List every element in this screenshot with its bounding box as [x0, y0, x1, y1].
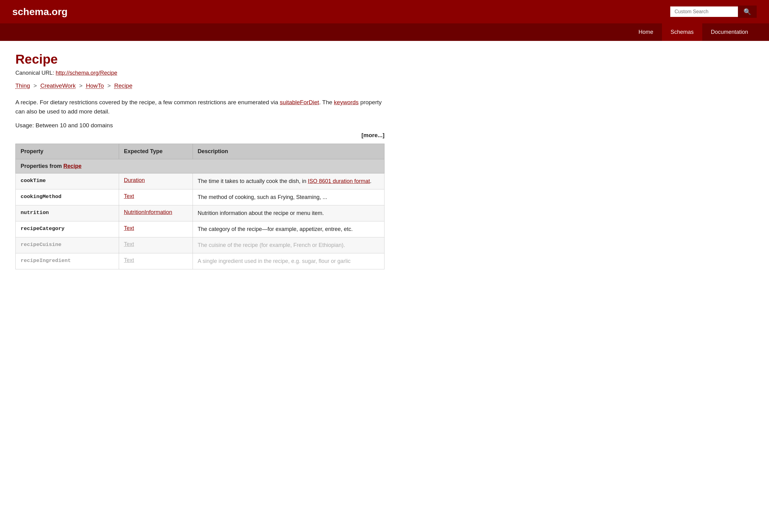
prop-type-recipecuisine: Text [119, 237, 193, 253]
page-title: Recipe [15, 52, 385, 67]
suitable-for-diet-link[interactable]: suitableForDiet [280, 99, 319, 105]
prop-name-text: cookingMethod [21, 194, 62, 200]
prop-name-recipecuisine: recipeCuisine [16, 237, 119, 253]
prop-name-nutrition: nutrition [16, 205, 119, 221]
table-row: recipeCategory Text The category of the … [16, 221, 385, 237]
table-row: recipeCuisine Text The cuisine of the re… [16, 237, 385, 253]
top-header: schema.org 🔍 [0, 0, 769, 23]
prop-name-text: recipeCategory [21, 226, 65, 232]
keywords-link[interactable]: keywords [334, 99, 359, 105]
breadcrumb-creativework[interactable]: CreativeWork [40, 82, 76, 89]
nav-schemas[interactable]: Schemas [662, 23, 702, 41]
prop-type-recipecategory: Text [119, 221, 193, 237]
prop-name-cookingmethod: cookingMethod [16, 189, 119, 205]
breadcrumb-sep-1: > [34, 82, 38, 89]
table-row: cookingMethod Text The method of cooking… [16, 189, 385, 205]
prop-name-text: recipeIngredient [21, 258, 71, 264]
table-row: nutrition NutritionInformation Nutrition… [16, 205, 385, 221]
prop-type-nutrition: NutritionInformation [119, 205, 193, 221]
breadcrumb-sep-2: > [79, 82, 84, 89]
prop-type-link[interactable]: Text [124, 193, 134, 199]
nav-bar: Home Schemas Documentation [0, 23, 769, 41]
prop-desc-recipecuisine: The cuisine of the recipe (for example, … [193, 237, 384, 253]
breadcrumb-howto[interactable]: HowTo [86, 82, 104, 89]
prop-type-cooktime: Duration [119, 173, 193, 189]
desc-text-1: A recipe. For dietary restrictions cover… [15, 99, 280, 105]
prop-name-text: cookTime [21, 178, 46, 184]
usage-text: Usage: Between 10 and 100 domains [15, 122, 385, 129]
section-header-cell: Properties from Recipe [16, 159, 385, 173]
breadcrumb: Thing > CreativeWork > HowTo > Recipe [15, 82, 385, 89]
prop-name-text: recipeCuisine [21, 242, 62, 248]
desc-after: . [370, 178, 372, 184]
col-header-property: Property [16, 144, 119, 159]
main-content: Recipe Canonical URL: http://schema.org/… [0, 41, 400, 280]
col-header-desc: Description [193, 144, 384, 159]
prop-desc-cookingmethod: The method of cooking, such as Frying, S… [193, 189, 384, 205]
prop-type-link[interactable]: Duration [124, 177, 145, 183]
prop-type-link[interactable]: NutritionInformation [124, 209, 172, 215]
nav-documentation[interactable]: Documentation [702, 23, 757, 41]
site-logo: schema.org [12, 6, 68, 18]
more-link-container: [more...] [15, 132, 385, 139]
properties-table: Property Expected Type Description Prope… [15, 144, 385, 269]
prop-name-recipecategory: recipeCategory [16, 221, 119, 237]
section-schema-link[interactable]: Recipe [63, 163, 82, 169]
search-button[interactable]: 🔍 [738, 6, 757, 18]
desc-text-2: . The [319, 99, 334, 105]
breadcrumb-recipe[interactable]: Recipe [114, 82, 132, 89]
search-form: 🔍 [670, 6, 757, 18]
description: A recipe. For dietary restrictions cover… [15, 98, 385, 117]
breadcrumb-thing[interactable]: Thing [15, 82, 30, 89]
section-header-row: Properties from Recipe [16, 159, 385, 173]
prop-type-link[interactable]: Text [124, 225, 134, 231]
table-row: cookTime Duration The time it takes to a… [16, 173, 385, 189]
nav-home[interactable]: Home [630, 23, 662, 41]
prop-desc-nutrition: Nutrition information about the recipe o… [193, 205, 384, 221]
more-link[interactable]: [more...] [361, 132, 385, 138]
canonical-url-line: Canonical URL: http://schema.org/Recipe [15, 70, 385, 76]
prop-name-text: nutrition [21, 210, 49, 216]
prop-type-cookingmethod: Text [119, 189, 193, 205]
prop-desc-cooktime: The time it takes to actually cook the d… [193, 173, 384, 189]
prop-desc-recipecategory: The category of the recipe—for example, … [193, 221, 384, 237]
table-header-row: Property Expected Type Description [16, 144, 385, 159]
prop-desc-recipeingredient: A single ingredient used in the recipe, … [193, 253, 384, 269]
prop-type-recipeingredient: Text [119, 253, 193, 269]
prop-name-cooktime: cookTime [16, 173, 119, 189]
desc-before: The time it takes to actually cook the d… [198, 178, 308, 184]
search-input[interactable] [670, 6, 738, 17]
iso-8601-link[interactable]: ISO 8601 duration format [308, 178, 370, 184]
canonical-url-link[interactable]: http://schema.org/Recipe [56, 70, 117, 76]
prop-type-link[interactable]: Text [124, 241, 134, 247]
canonical-label: Canonical URL: [15, 70, 54, 76]
table-row: recipeIngredient Text A single ingredien… [16, 253, 385, 269]
prop-type-link[interactable]: Text [124, 257, 134, 263]
prop-name-recipeingredient: recipeIngredient [16, 253, 119, 269]
breadcrumb-sep-3: > [107, 82, 112, 89]
col-header-type: Expected Type [119, 144, 193, 159]
section-label: Properties from [21, 163, 62, 169]
